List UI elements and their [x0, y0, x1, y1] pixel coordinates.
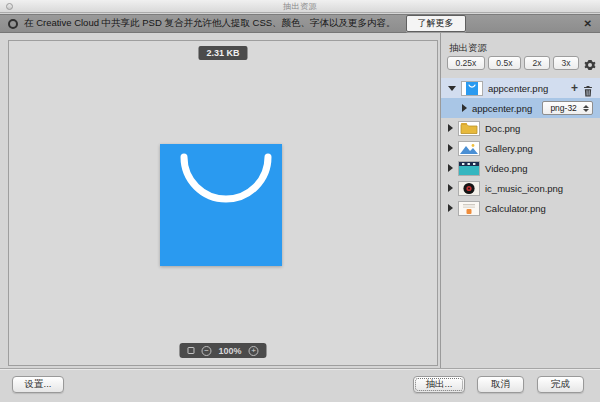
collapse-arrow-icon[interactable]: [448, 86, 456, 91]
banner-text: 在 Creative Cloud 中共享此 PSD 复合并允许他人提取 CSS、…: [24, 17, 396, 30]
preview-canvas: 2.31 KB − 100% +: [8, 40, 438, 366]
gear-icon[interactable]: [584, 57, 596, 69]
settings-button[interactable]: 设置...: [12, 376, 64, 393]
dialog-footer: 设置... 抽出... 取消 完成: [0, 368, 600, 402]
appcenter-thumbnail-icon: [461, 81, 483, 96]
asset-row-music[interactable]: ic_music_icon.png: [441, 178, 600, 198]
gallery-thumbnail-icon: [458, 141, 480, 156]
scale-3x-button[interactable]: 3x: [553, 56, 579, 70]
expand-arrow-icon[interactable]: [448, 124, 453, 132]
expand-arrow-icon[interactable]: [448, 144, 453, 152]
asset-subrow-appcenter[interactable]: appcenter.png png-32: [441, 98, 600, 118]
dropdown-stepper-icon: [583, 105, 589, 112]
zoom-toolbar: − 100% +: [179, 343, 266, 358]
add-asset-icon[interactable]: +: [571, 83, 578, 93]
zoom-out-icon[interactable]: −: [201, 346, 211, 356]
format-value: png-32: [546, 103, 581, 113]
asset-name: Doc.png: [485, 123, 520, 134]
cancel-button[interactable]: 取消: [477, 376, 524, 393]
panel-title: 抽出资源: [449, 42, 487, 55]
doc-thumbnail-icon: [458, 121, 480, 136]
asset-name: Gallery.png: [485, 143, 533, 154]
expand-arrow-icon[interactable]: [448, 164, 453, 172]
window-title: 抽出资源: [0, 1, 600, 12]
asset-preview-image: [160, 144, 282, 266]
asset-list: appcenter.png + appcenter.png png-32: [441, 78, 600, 218]
extract-assets-dialog: 抽出资源 在 Creative Cloud 中共享此 PSD 复合并允许他人提取…: [0, 0, 600, 402]
asset-row-calculator[interactable]: Calculator.png: [441, 198, 600, 218]
scale-2x-button[interactable]: 2x: [524, 56, 550, 70]
expand-arrow-icon[interactable]: [448, 184, 453, 192]
fit-to-view-icon[interactable]: [187, 347, 194, 354]
calculator-thumbnail-icon: [458, 201, 480, 216]
asset-row-doc[interactable]: Doc.png: [441, 118, 600, 138]
scale-025x-button[interactable]: 0.25x: [447, 56, 485, 70]
delete-asset-icon[interactable]: [583, 83, 593, 94]
music-thumbnail-icon: [458, 181, 480, 196]
asset-row-gallery[interactable]: Gallery.png: [441, 138, 600, 158]
asset-name: Video.png: [485, 163, 528, 174]
learn-more-button[interactable]: 了解更多: [406, 15, 466, 32]
scale-05x-button[interactable]: 0.5x: [488, 56, 521, 70]
extract-button[interactable]: 抽出...: [413, 376, 465, 393]
title-bar: 抽出资源: [0, 0, 600, 13]
zoom-in-icon[interactable]: +: [249, 346, 259, 356]
creative-cloud-icon: [8, 19, 18, 29]
asset-name: appcenter.png: [488, 83, 548, 94]
banner-close-icon[interactable]: ✕: [584, 18, 592, 29]
asset-row-appcenter[interactable]: appcenter.png +: [441, 78, 600, 98]
shopping-bag-icon: [160, 144, 282, 266]
assets-panel: 抽出资源 0.25x 0.5x 2x 3x appcenter.png +: [440, 33, 600, 368]
done-button[interactable]: 完成: [537, 376, 584, 393]
asset-name: appcenter.png: [472, 103, 532, 114]
zoom-level: 100%: [218, 346, 241, 356]
expand-arrow-icon[interactable]: [462, 104, 467, 112]
scale-button-row: 0.25x 0.5x 2x 3x: [447, 56, 596, 70]
format-dropdown[interactable]: png-32: [542, 101, 593, 115]
file-size-badge: 2.31 KB: [198, 46, 247, 60]
video-thumbnail-icon: [458, 161, 480, 176]
asset-name: ic_music_icon.png: [485, 183, 563, 194]
expand-arrow-icon[interactable]: [448, 204, 453, 212]
creative-cloud-banner: 在 Creative Cloud 中共享此 PSD 复合并允许他人提取 CSS、…: [0, 14, 600, 33]
asset-name: Calculator.png: [485, 203, 546, 214]
asset-row-video[interactable]: Video.png: [441, 158, 600, 178]
